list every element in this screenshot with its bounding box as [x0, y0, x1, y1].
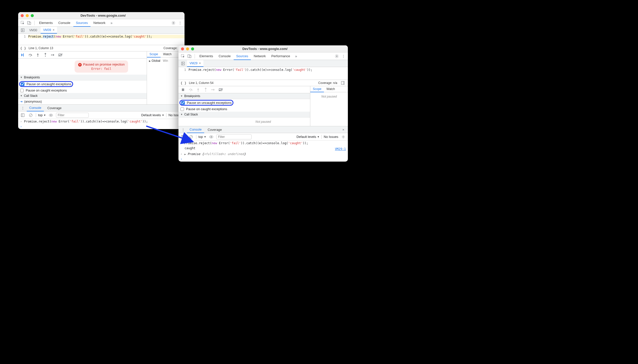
console-toolbar: top▼ Default levels▼ No Issues [18, 111, 185, 119]
step-over-icon[interactable] [27, 52, 33, 58]
drawer-tab-console[interactable]: Console [187, 126, 204, 133]
code-editor[interactable]: 1 Promise.reject(new Error('fail')).catc… [18, 34, 185, 45]
console-sidebar-icon[interactable] [20, 112, 26, 118]
tab-sources[interactable]: Sources [234, 52, 251, 60]
svg-rect-6 [23, 53, 24, 56]
debugger-sidebar-toggle-icon[interactable] [340, 80, 346, 86]
console-settings-icon[interactable] [340, 134, 346, 140]
scope-global-row[interactable]: ▶ Global [149, 59, 160, 63]
live-expression-icon[interactable] [48, 112, 54, 118]
close-file-icon[interactable]: × [53, 28, 55, 32]
code-editor[interactable]: 1 Promise.reject(new Error('fail')).catc… [178, 67, 348, 80]
drawer-tab-coverage[interactable]: Coverage [45, 105, 64, 111]
svg-rect-39 [181, 135, 185, 138]
pretty-print-icon[interactable]: { } [20, 46, 26, 50]
settings-icon[interactable] [170, 20, 176, 26]
code-line-1[interactable]: Promise.reject(new Error('fail')).catch(… [28, 35, 185, 38]
scope-tab[interactable]: Scope [310, 86, 324, 92]
minimize-window-icon[interactable] [186, 47, 189, 50]
device-toolbar-icon[interactable] [26, 20, 32, 26]
console-context-selector[interactable]: top▼ [198, 135, 206, 139]
resume-icon[interactable] [20, 52, 26, 58]
log-level-selector[interactable]: Default levels▼ [296, 135, 319, 139]
pause-icon[interactable] [180, 87, 186, 93]
log-level-selector[interactable]: Default levels▼ [141, 113, 164, 117]
close-file-icon[interactable]: × [199, 61, 201, 65]
step-into-icon[interactable] [35, 52, 41, 58]
console-next-prompt[interactable]: › [178, 157, 348, 162]
code-line-1[interactable]: Promise.reject(new Error('fail')).catch(… [189, 68, 348, 72]
console-toolbar: top▼ Default levels▼ No Issues [178, 133, 348, 141]
cursor-position: Line 1, Column 54 [189, 81, 213, 85]
tab-console[interactable]: Console [56, 19, 73, 26]
file-tab-vm30[interactable]: VM30 [27, 27, 40, 34]
drawer-more-icon[interactable]: ⋮ [20, 105, 26, 111]
more-tabs-icon[interactable]: » [293, 53, 299, 59]
pause-caught-checkbox[interactable] [20, 89, 24, 92]
close-window-icon[interactable] [181, 47, 184, 50]
settings-icon[interactable] [334, 53, 340, 59]
drawer-tab-console[interactable]: Console [27, 105, 44, 111]
cursor-position: Line 1, Column 13 [28, 46, 53, 50]
navigator-toggle-icon[interactable] [20, 27, 26, 33]
svg-point-7 [30, 55, 31, 56]
drawer-tab-coverage[interactable]: Coverage [205, 126, 224, 133]
drawer-tabs: ⋮ Console Coverage [18, 104, 185, 111]
more-tabs-icon[interactable]: » [108, 20, 114, 26]
output-prompt-icon: ‹ [180, 152, 182, 156]
console-context-selector[interactable]: top▼ [38, 113, 46, 117]
maximize-window-icon[interactable] [191, 47, 194, 50]
window-title: DevTools - www.google.com/ [197, 47, 333, 51]
live-expression-icon[interactable] [208, 134, 214, 140]
input-prompt-icon: › [180, 141, 182, 145]
close-window-icon[interactable] [21, 14, 24, 17]
maximize-window-icon[interactable] [31, 14, 34, 17]
watch-tab[interactable]: Watch [161, 51, 174, 57]
deactivate-breakpoints-icon[interactable] [57, 52, 64, 58]
close-drawer-icon[interactable]: × [340, 127, 346, 133]
inspect-element-icon[interactable] [20, 20, 26, 26]
step-out-icon[interactable] [42, 52, 48, 58]
more-options-icon[interactable]: ⋮ [177, 20, 183, 26]
console-input-line[interactable]: › Promise.reject(new Error('fail')).catc… [18, 119, 185, 124]
tab-sources[interactable]: Sources [73, 19, 90, 27]
tab-performance[interactable]: Performance [269, 52, 292, 60]
step-icon[interactable] [50, 52, 56, 58]
file-tab-vm29[interactable]: VM29 × [187, 60, 203, 67]
issues-button[interactable]: No Issues [324, 135, 338, 139]
pretty-print-icon[interactable]: { } [180, 81, 186, 85]
watch-tab[interactable]: Watch [324, 86, 338, 92]
svg-point-33 [198, 90, 199, 91]
source-link[interactable]: VM29:1 [335, 147, 346, 151]
navigator-toggle-icon[interactable] [180, 60, 186, 67]
more-options-icon[interactable]: ⋮ [340, 53, 346, 59]
pause-caught-checkbox[interactable] [180, 107, 184, 111]
step-out-icon [203, 87, 209, 93]
inspect-element-icon[interactable] [180, 53, 186, 59]
pause-message: ✕Paused on promise rejection Error: fail [75, 60, 128, 73]
drawer-more-icon[interactable]: ⋮ [180, 127, 186, 133]
console-filter-input[interactable] [56, 113, 89, 118]
pause-uncaught-checkbox[interactable] [21, 82, 24, 86]
pause-uncaught-checkbox[interactable] [181, 101, 185, 105]
console-result-line[interactable]: ‹ ▶ Promise {<fulfilled>: undefined} [178, 151, 348, 157]
tab-network[interactable]: Network [251, 52, 268, 60]
tab-network[interactable]: Network [91, 19, 108, 26]
file-tabs: VM30 VM39 × [18, 27, 185, 34]
console-input-line[interactable]: › Promise.reject(new Error('fail')).catc… [178, 141, 348, 146]
device-toolbar-icon[interactable] [187, 53, 193, 59]
tab-console[interactable]: Console [216, 52, 233, 60]
file-tab-vm39[interactable]: VM39 × [41, 27, 57, 34]
minimize-window-icon[interactable] [26, 14, 29, 17]
clear-console-icon[interactable] [188, 134, 194, 140]
svg-line-18 [30, 114, 32, 116]
clear-console-icon[interactable] [28, 112, 34, 118]
tab-elements[interactable]: Elements [197, 52, 216, 60]
console-filter-input[interactable] [216, 134, 252, 139]
console-next-prompt[interactable]: › [18, 124, 185, 129]
scope-tab[interactable]: Scope [147, 51, 161, 57]
console-sidebar-icon[interactable] [180, 134, 186, 140]
deactivate-breakpoints-icon[interactable] [218, 87, 224, 93]
tab-elements[interactable]: Elements [37, 19, 55, 26]
input-prompt-icon: › [180, 157, 182, 161]
